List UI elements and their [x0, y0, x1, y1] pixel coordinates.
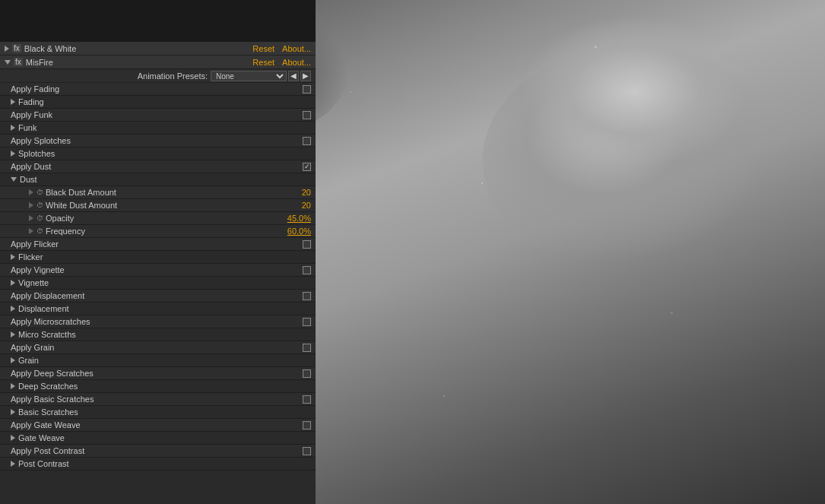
flicker-group-row[interactable]: Flicker [0, 251, 316, 264]
microscratches-label: Micro Scratcths [18, 330, 311, 339]
apply-microscratches-label: Apply Microscratches [11, 317, 303, 326]
blackwhite-row[interactable]: fx Black & White Reset About... [0, 42, 316, 55]
apply-grain-row[interactable]: Apply Grain [0, 341, 316, 354]
blackwhite-about-btn[interactable]: About... [282, 44, 311, 53]
apply-deep-scratches-row[interactable]: Apply Deep Scratches [0, 367, 316, 380]
black-dust-expand-icon [29, 189, 33, 195]
misfire-row[interactable]: fx MisFire Reset About... [0, 55, 316, 69]
grain-group-row[interactable]: Grain [0, 354, 316, 367]
gate-weave-label: Gate Weave [18, 433, 311, 442]
apply-post-contrast-row[interactable]: Apply Post Contrast [0, 445, 316, 458]
fx-label-bw: fx [12, 44, 21, 52]
black-dust-stopwatch-icon: ⏱ [36, 189, 43, 196]
microscratches-group-row[interactable]: Micro Scratcths [0, 328, 316, 341]
apply-deep-scratches-checkbox[interactable] [303, 369, 311, 378]
apply-dust-row[interactable]: Apply Dust [0, 160, 316, 173]
dust-frequency-stopwatch-icon: ⏱ [36, 227, 43, 235]
apply-basic-scratches-row[interactable]: Apply Basic Scratches [0, 393, 316, 406]
apply-displacement-checkbox[interactable] [303, 292, 311, 300]
fading-expand-icon [11, 99, 15, 105]
flicker-label: Flicker [18, 252, 311, 262]
dust-opacity-expand-icon [29, 215, 33, 221]
dust-opacity-value: 45.0% [287, 214, 311, 223]
post-contrast-group-row[interactable]: Post Contrast [0, 458, 316, 471]
misfire-reset-btn[interactable]: Reset [252, 58, 274, 67]
splotches-label: Splotches [18, 149, 311, 158]
apply-vignette-label: Apply Vignette [11, 265, 303, 274]
white-dust-amount-row[interactable]: ⏱ White Dust Amount 20 [0, 199, 316, 212]
white-dust-stopwatch-icon: ⏱ [36, 201, 43, 209]
dust-opacity-stopwatch-icon: ⏱ [36, 214, 43, 222]
apply-flicker-checkbox[interactable] [303, 240, 311, 249]
apply-gate-weave-row[interactable]: Apply Gate Weave [0, 419, 316, 432]
fading-label: Fading [18, 97, 311, 106]
dust-frequency-expand-icon [29, 228, 33, 234]
presets-select[interactable]: None [211, 71, 287, 81]
funk-expand-icon [11, 125, 15, 131]
apply-splotches-row[interactable]: Apply Splotches [0, 135, 316, 147]
apply-post-contrast-checkbox[interactable] [303, 447, 311, 455]
apply-dust-checkbox[interactable] [303, 163, 311, 171]
grain-label: Grain [18, 356, 311, 365]
fx-label-mf: fx [14, 58, 23, 66]
vignette-group-row[interactable]: Vignette [0, 277, 316, 290]
funk-group-row[interactable]: Funk [0, 122, 316, 135]
apply-basic-scratches-label: Apply Basic Scratches [11, 395, 303, 404]
black-dust-amount-value: 20 [302, 188, 311, 197]
black-dust-amount-label: Black Dust Amount [46, 188, 302, 197]
basic-scratches-label: Basic Scratches [18, 407, 311, 417]
apply-basic-scratches-checkbox[interactable] [303, 395, 311, 404]
basic-scratches-group-row[interactable]: Basic Scratches [0, 406, 316, 419]
funk-label: Funk [18, 123, 311, 132]
apply-fading-checkbox[interactable] [303, 85, 311, 94]
dust-frequency-row[interactable]: ⏱ Frequency 60.0% [0, 225, 316, 238]
apply-flicker-row[interactable]: Apply Flicker [0, 238, 316, 251]
apply-post-contrast-label: Apply Post Contrast [11, 446, 303, 455]
apply-vignette-row[interactable]: Apply Vignette [0, 264, 316, 277]
apply-displacement-label: Apply Displacement [11, 291, 303, 300]
displacement-expand-icon [11, 306, 15, 312]
black-dust-amount-row[interactable]: ⏱ Black Dust Amount 20 [0, 186, 316, 199]
apply-flicker-label: Apply Flicker [11, 239, 303, 249]
apply-splotches-label: Apply Splotches [11, 136, 303, 145]
presets-next-btn[interactable]: ▶ [300, 71, 311, 81]
presets-label: Animation Presets: [5, 71, 208, 81]
dust-opacity-row[interactable]: ⏱ Opacity 45.0% [0, 212, 316, 225]
dust-frequency-value: 60.0% [287, 227, 311, 236]
apply-gate-weave-label: Apply Gate Weave [11, 420, 303, 430]
vignette-expand-icon [11, 280, 15, 286]
misfire-expand-icon [5, 60, 11, 65]
blackwhite-expand-icon [5, 46, 9, 52]
presets-prev-btn[interactable]: ◀ [288, 71, 299, 81]
apply-funk-label: Apply Funk [11, 110, 303, 119]
apply-grain-checkbox[interactable] [303, 344, 311, 352]
apply-microscratches-row[interactable]: Apply Microscratches [0, 315, 316, 328]
blackwhite-reset-btn[interactable]: Reset [252, 44, 274, 53]
apply-fading-row[interactable]: Apply Fading [0, 83, 316, 96]
splotches-group-row[interactable]: Splotches [0, 147, 316, 160]
misfire-about-btn[interactable]: About... [282, 58, 311, 67]
dust-group-row[interactable]: Dust [0, 173, 316, 186]
apply-funk-row[interactable]: Apply Funk [0, 109, 316, 122]
apply-deep-scratches-label: Apply Deep Scratches [11, 369, 303, 378]
splotches-expand-icon [11, 151, 15, 157]
deep-scratches-group-row[interactable]: Deep Scratches [0, 380, 316, 393]
apply-displacement-row[interactable]: Apply Displacement [0, 290, 316, 303]
apply-funk-checkbox[interactable] [303, 111, 311, 119]
apply-microscratches-checkbox[interactable] [303, 318, 311, 326]
misfire-name: MisFire [26, 58, 253, 67]
apply-gate-weave-checkbox[interactable] [303, 421, 311, 430]
microscratches-expand-icon [11, 331, 15, 338]
apply-splotches-checkbox[interactable] [303, 137, 311, 145]
deep-scratches-expand-icon [11, 383, 15, 389]
apply-fading-label: Apply Fading [11, 84, 303, 94]
dust-frequency-label: Frequency [46, 227, 287, 236]
dust-label: Dust [20, 175, 311, 184]
basic-scratches-expand-icon [11, 409, 15, 415]
gate-weave-group-row[interactable]: Gate Weave [0, 432, 316, 445]
apply-vignette-checkbox[interactable] [303, 266, 311, 274]
fading-group-row[interactable]: Fading [0, 96, 316, 109]
dust-expand-icon [11, 177, 17, 182]
displacement-group-row[interactable]: Displacement [0, 303, 316, 315]
white-dust-amount-value: 20 [302, 201, 311, 210]
